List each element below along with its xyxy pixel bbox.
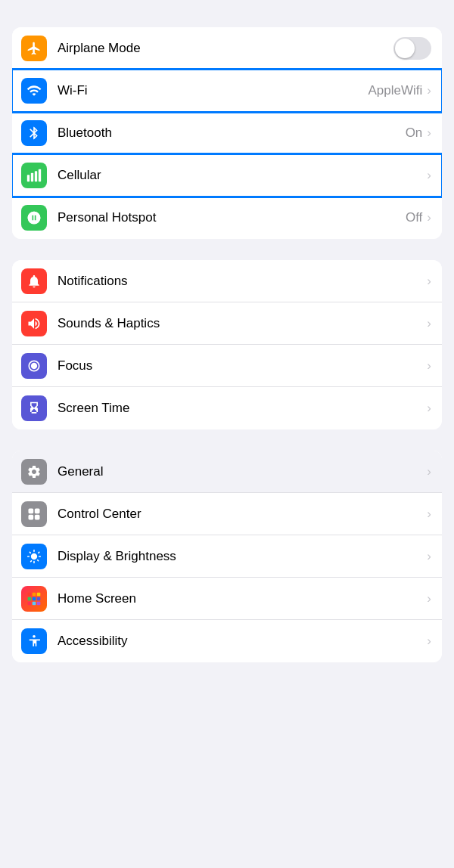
chevron-sounds: › — [427, 316, 431, 331]
section-system: General›Control Center›Display & Brightn… — [12, 451, 442, 662]
page-title — [0, 0, 454, 27]
icon-wifi — [21, 78, 47, 104]
row-accessibility[interactable]: Accessibility› — [12, 620, 442, 662]
chevron-control-center: › — [427, 507, 431, 522]
svg-rect-19 — [33, 592, 36, 596]
row-general[interactable]: General› — [12, 451, 442, 493]
label-cellular: Cellular — [58, 168, 425, 183]
row-focus[interactable]: Focus› — [12, 345, 442, 387]
icon-accessibility — [21, 628, 47, 654]
icon-airplane — [21, 36, 47, 61]
chevron-wifi: › — [427, 83, 431, 98]
svg-rect-23 — [37, 597, 41, 600]
label-airplane-mode: Airplane Mode — [58, 41, 393, 56]
chevron-notifications: › — [427, 274, 431, 289]
chevron-focus: › — [427, 358, 431, 374]
section-connectivity: Airplane ModeWi-FiAppleWifi›BluetoothOn›… — [12, 27, 442, 239]
svg-rect-24 — [28, 601, 32, 605]
chevron-accessibility: › — [427, 634, 431, 649]
label-screentime: Screen Time — [58, 401, 425, 416]
row-display[interactable]: Display & Brightness› — [12, 535, 442, 578]
icon-screentime — [21, 395, 47, 421]
icon-focus — [21, 353, 47, 379]
toggle-airplane-mode[interactable] — [393, 37, 431, 60]
section-notifications-focus: Notifications›Sounds & Haptics›Focus›Scr… — [12, 260, 442, 429]
settings-app: Airplane ModeWi-FiAppleWifi›BluetoothOn›… — [0, 27, 454, 662]
label-sounds: Sounds & Haptics — [58, 316, 425, 331]
value-wifi: AppleWifi — [368, 83, 423, 98]
row-homescreen[interactable]: Home Screen› — [12, 578, 442, 620]
label-general: General — [58, 464, 425, 479]
svg-rect-21 — [28, 597, 32, 600]
chevron-cellular: › — [427, 168, 431, 183]
label-hotspot: Personal Hotspot — [58, 210, 406, 225]
svg-rect-18 — [28, 592, 32, 596]
icon-homescreen — [21, 586, 47, 612]
label-focus: Focus — [58, 358, 425, 374]
label-notifications: Notifications — [58, 274, 425, 289]
row-cellular[interactable]: Cellular› — [12, 154, 442, 197]
icon-sounds — [21, 311, 47, 336]
label-wifi: Wi-Fi — [58, 83, 368, 98]
label-control-center: Control Center — [58, 507, 425, 522]
row-screentime[interactable]: Screen Time› — [12, 387, 442, 429]
value-hotspot: Off — [406, 210, 422, 225]
label-homescreen: Home Screen — [58, 591, 425, 606]
chevron-general: › — [427, 464, 431, 479]
icon-cellular — [21, 163, 47, 188]
row-control-center[interactable]: Control Center› — [12, 493, 442, 535]
label-bluetooth: Bluetooth — [58, 126, 406, 141]
chevron-hotspot: › — [427, 210, 431, 225]
chevron-screentime: › — [427, 401, 431, 416]
icon-general — [21, 459, 47, 485]
row-wifi[interactable]: Wi-FiAppleWifi› — [12, 70, 442, 112]
chevron-display: › — [427, 549, 431, 564]
row-notifications[interactable]: Notifications› — [12, 260, 442, 302]
row-bluetooth[interactable]: BluetoothOn› — [12, 112, 442, 154]
svg-rect-26 — [37, 601, 41, 605]
svg-point-27 — [33, 635, 36, 638]
value-bluetooth: On — [406, 126, 423, 141]
row-sounds[interactable]: Sounds & Haptics› — [12, 302, 442, 345]
chevron-bluetooth: › — [427, 126, 431, 141]
svg-rect-25 — [33, 601, 36, 605]
row-airplane-mode[interactable]: Airplane Mode — [12, 27, 442, 70]
svg-rect-20 — [37, 592, 41, 596]
row-hotspot[interactable]: Personal HotspotOff› — [12, 197, 442, 239]
svg-rect-22 — [33, 597, 36, 600]
icon-display — [21, 544, 47, 569]
icon-controlcenter — [21, 501, 47, 527]
chevron-homescreen: › — [427, 591, 431, 606]
icon-hotspot — [21, 205, 47, 231]
label-display: Display & Brightness — [58, 549, 425, 564]
label-accessibility: Accessibility — [58, 634, 425, 649]
icon-notifications — [21, 268, 47, 294]
icon-bluetooth — [21, 120, 47, 146]
